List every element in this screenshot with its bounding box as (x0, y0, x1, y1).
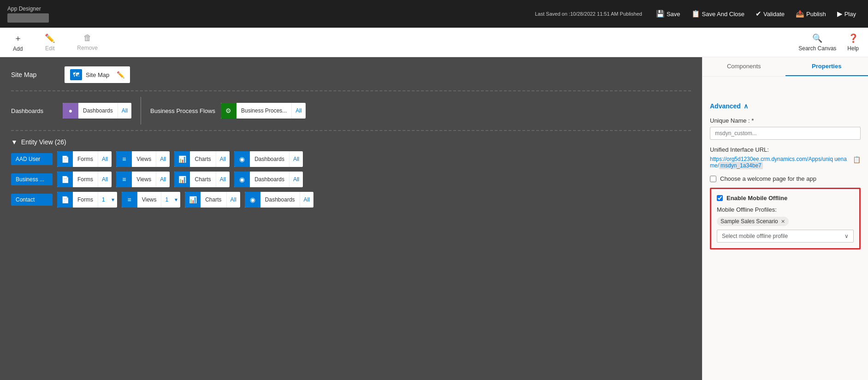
play-button[interactable]: ▶ Play (833, 7, 861, 21)
charts-icon-2: 📊 (174, 172, 190, 187)
topbar-left: App Designer (7, 6, 49, 23)
help-button[interactable]: ❓ Help (847, 33, 859, 52)
views-icon-3: ≡ (122, 192, 137, 208)
toolbar-edit[interactable]: ✏️ Edit (41, 31, 59, 53)
dashboard-icon-2: ◉ (234, 172, 250, 187)
advanced-header[interactable]: Advanced ∧ (710, 102, 861, 110)
chevron-icon: ▼ (11, 138, 18, 146)
welcome-page-checkbox[interactable] (710, 176, 716, 182)
aad-views-box: ≡ Views All (116, 151, 170, 167)
save-close-icon: 📋 (691, 10, 700, 18)
dashboards-label: Dashboards (11, 107, 57, 114)
panel-body: Advanced ∧ Unique Name : * Unified Inter… (703, 77, 868, 257)
dashed-sep-2 (11, 130, 691, 131)
help-icon: ❓ (848, 33, 858, 43)
unique-name-label: Unique Name : * (710, 117, 861, 124)
save-close-button[interactable]: 📋 Save And Close (687, 7, 750, 21)
topbar-right: Last Saved on :10/28/2022 11:51 AM Publi… (535, 7, 861, 21)
publish-button[interactable]: 📤 Publish (791, 7, 831, 21)
profile-tag-remove[interactable]: ✕ (781, 219, 785, 225)
biz-views-box: ≡ Views All (116, 172, 170, 187)
advanced-label: Advanced (710, 102, 741, 110)
table-row: Business ... 📄 Forms All ≡ Views All 📊 C… (11, 172, 691, 187)
biz-forms-box: 📄 Forms All (57, 172, 112, 187)
sitemap-label: Site Map (11, 71, 57, 78)
welcome-page-label: Choose a welcome page for the app (720, 175, 816, 182)
sitemap-icon: 🗺 (70, 69, 82, 80)
profile-select-placeholder: Select mobile offline profile (722, 233, 788, 239)
save-button[interactable]: 💾 Save (651, 7, 685, 21)
panel-scroll: Advanced ∧ Unique Name : * Unified Inter… (703, 77, 868, 380)
sitemap-edit-icon[interactable]: ✏️ (117, 71, 124, 78)
profile-tag-text: Sample Sales Scenario (720, 218, 778, 225)
toolbar: ＋ Add ✏️ Edit 🗑 Remove 🔍 Search Canvas ❓… (0, 28, 868, 57)
last-saved-text: Last Saved on :10/28/2022 11:51 AM Publi… (535, 11, 642, 17)
con-charts-box: 📊 Charts All (185, 192, 240, 208)
aad-forms-box: 📄 Forms All (57, 151, 112, 167)
save-icon: 💾 (656, 10, 665, 18)
play-icon: ▶ (837, 10, 843, 18)
con-views-box: ≡ Views 1 ▾ (122, 192, 180, 208)
search-canvas-button[interactable]: 🔍 Search Canvas (798, 33, 836, 52)
dashboards-name: Dashboards (78, 107, 118, 114)
app-logo (7, 13, 49, 23)
entity-view-header: ▼ Entity View (26) (11, 138, 691, 146)
forms-icon-3: 📄 (57, 192, 73, 208)
aad-dashboards-box: ◉ Dashboards All (234, 151, 303, 167)
enable-mobile-row: Enable Mobile Offline (717, 195, 854, 202)
dashboards-icon: ● (63, 103, 78, 119)
profile-select-dropdown[interactable]: Select mobile offline profile ∨ (717, 230, 854, 243)
sitemap-box: 🗺 Site Map ✏️ (65, 66, 130, 83)
entity-name-aad[interactable]: AAD User (11, 153, 53, 165)
app-designer-label: App Designer (7, 6, 49, 12)
table-row: Contact 📄 Forms 1 ▾ ≡ Views 1 ▾ 📊 Charts… (11, 192, 691, 208)
forms-dropdown-arrow[interactable]: ▾ (109, 196, 117, 203)
canvas: Site Map 🗺 Site Map ✏️ Dashboards ● Dash… (0, 57, 702, 380)
search-icon: 🔍 (812, 33, 822, 43)
charts-icon-3: 📊 (185, 192, 201, 208)
con-dashboards-box: ◉ Dashboards All (245, 192, 313, 208)
url-copy-icon[interactable]: 📋 (853, 156, 861, 163)
panel-top-spacer (710, 84, 861, 102)
entity-name-contact[interactable]: Contact (11, 194, 53, 206)
offline-section: Enable Mobile Offline Mobile Offline Pro… (710, 188, 861, 249)
views-dropdown-arrow[interactable]: ▾ (172, 196, 180, 203)
profile-select-arrow-icon: ∨ (844, 233, 849, 239)
forms-icon-2: 📄 (57, 172, 73, 187)
toolbar-add[interactable]: ＋ Add (9, 31, 26, 54)
bpf-label: Business Process Flows (150, 107, 215, 114)
validate-button[interactable]: ✔ Validate (751, 7, 789, 21)
entity-grid: AAD User 📄 Forms All ≡ Views All 📊 Chart… (11, 151, 691, 208)
add-icon: ＋ (14, 33, 22, 44)
url-value: https://org5d1230ee.crm.dynamics.com/App… (710, 156, 861, 169)
toolbar-right: 🔍 Search Canvas ❓ Help (798, 33, 859, 52)
dashboards-bpf-row: Dashboards ● Dashboards All Business Pro… (11, 97, 691, 125)
remove-icon: 🗑 (83, 33, 92, 43)
toolbar-remove[interactable]: 🗑 Remove (73, 31, 101, 53)
profile-tag: Sample Sales Scenario ✕ (717, 217, 789, 226)
welcome-page-row: Choose a welcome page for the app (710, 175, 861, 182)
dashed-sep-1 (11, 90, 691, 91)
views-icon: ≡ (116, 151, 132, 167)
validate-icon: ✔ (756, 10, 762, 18)
tab-properties[interactable]: Properties (785, 57, 868, 76)
bpf-icon: ⚙ (221, 103, 236, 119)
panel-tabs: Components Properties (703, 57, 868, 77)
table-row: AAD User 📄 Forms All ≡ Views All 📊 Chart… (11, 151, 691, 167)
biz-charts-box: 📊 Charts All (174, 172, 230, 187)
right-panel: Components Properties Advanced ∧ Unique … (702, 57, 868, 380)
views-icon-2: ≡ (116, 172, 132, 187)
sitemap-row: Site Map 🗺 Site Map ✏️ (11, 66, 691, 83)
chevron-up-icon: ∧ (744, 102, 748, 110)
unique-name-input[interactable] (710, 127, 861, 140)
enable-mobile-checkbox[interactable] (717, 195, 723, 201)
url-label: Unified Interface URL: (710, 146, 861, 153)
tab-components[interactable]: Components (703, 57, 785, 76)
sitemap-text: Site Map (86, 71, 109, 78)
edit-icon: ✏️ (45, 33, 55, 43)
entity-name-business[interactable]: Business ... (11, 173, 53, 185)
entity-view-label: Entity View (26) (21, 138, 66, 146)
bpf-box: ⚙ Business Proces... All (221, 103, 306, 119)
dashboards-badge: All (118, 103, 131, 119)
bpf-badge: All (291, 103, 305, 119)
